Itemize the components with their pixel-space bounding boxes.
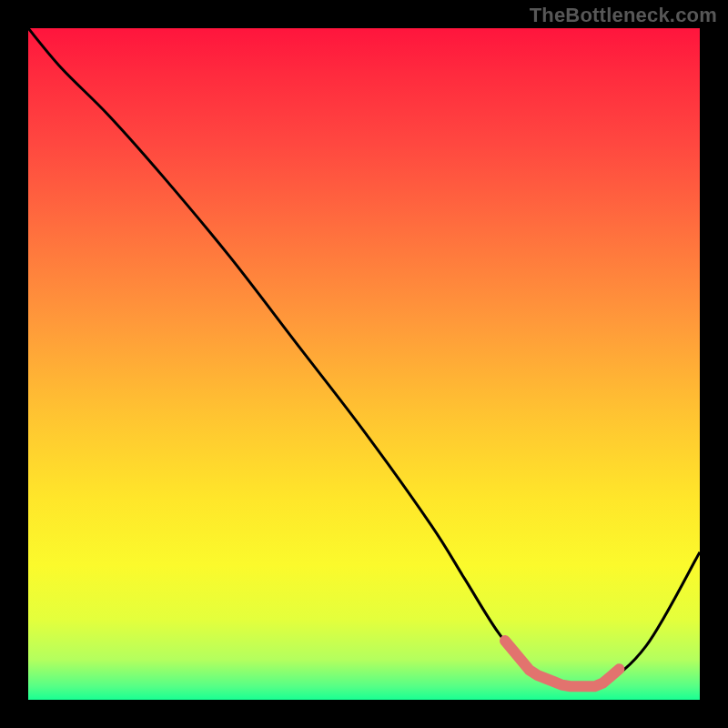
watermark-text: TheBottleneck.com — [530, 4, 717, 27]
plot-area — [28, 28, 700, 700]
bottleneck-curve-svg — [28, 28, 700, 700]
optimal-range-highlight — [505, 641, 619, 686]
bottleneck-curve-path — [28, 28, 700, 690]
chart-frame: TheBottleneck.com — [0, 0, 728, 728]
